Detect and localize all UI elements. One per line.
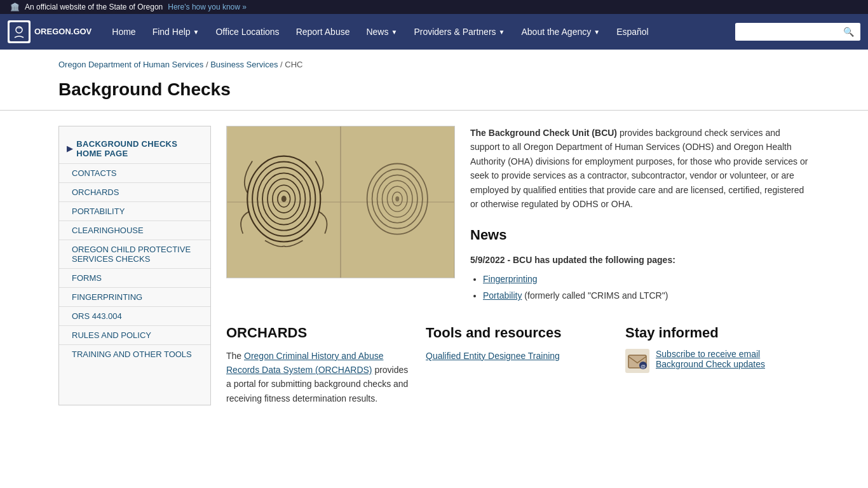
fingerprint-image — [226, 126, 455, 278]
content-text: The Background Check Unit (BCU) provides… — [470, 126, 810, 306]
svg-rect-0 — [10, 22, 29, 41]
tools-link[interactable]: Qualified Entity Designee Training — [426, 351, 560, 361]
orchards-text: The Oregon Criminal History and Abuse Re… — [226, 349, 410, 406]
orchards-section: ORCHARDS The Oregon Criminal History and… — [226, 325, 410, 406]
sidebar-item-rules[interactable]: RULES AND POLICY — [59, 325, 210, 344]
orchards-link[interactable]: Oregon Criminal History and Abuse Record… — [226, 351, 383, 375]
bcu-description: The Background Check Unit (BCU) provides… — [470, 126, 810, 211]
nav-office-locations[interactable]: Office Locations — [208, 22, 287, 42]
site-logo[interactable]: OR OREGON.GOV — [8, 20, 92, 43]
subscribe-link[interactable]: Subscribe to receive email Background Ch… — [656, 349, 810, 369]
nav-about-agency[interactable]: About the Agency ▼ — [513, 22, 607, 42]
nav-report-abuse[interactable]: Report Abuse — [288, 22, 358, 42]
content-top: The Background Check Unit (BCU) provides… — [226, 126, 810, 306]
nav-find-help[interactable]: Find Help ▼ — [145, 22, 207, 42]
search-box: 🔍 — [735, 23, 860, 41]
breadcrumb-business-services[interactable]: Business Services — [210, 60, 278, 69]
page-title: Background Checks — [0, 74, 868, 111]
oregon-flag-icon: 🏛️ — [10, 3, 20, 11]
tools-section: Tools and resources Qualified Entity Des… — [426, 325, 610, 406]
sidebar-item-oregon-child[interactable]: OREGON CHILD PROTECTIVE SERVICES CHECKS — [59, 240, 210, 268]
logo-text: OREGON.GOV — [34, 27, 92, 37]
chevron-down-icon: ▼ — [593, 29, 600, 36]
tools-heading: Tools and resources — [426, 325, 610, 341]
sidebar-item-training[interactable]: TRAINING AND OTHER TOOLS — [59, 344, 210, 363]
content-area: The Background Check Unit (BCU) provides… — [226, 126, 810, 405]
email-icon: @ — [625, 349, 649, 373]
tools-text: Qualified Entity Designee Training — [426, 349, 610, 363]
news-heading: News — [470, 224, 810, 246]
chevron-down-icon: ▼ — [499, 29, 505, 36]
banner-text: An official website of the State of Oreg… — [25, 3, 163, 11]
stay-informed-section: Stay informed @ Subscribe to receive ema… — [625, 325, 810, 406]
sidebar-item-ors[interactable]: ORS 443.004 — [59, 306, 210, 325]
stay-informed-heading: Stay informed — [625, 325, 810, 341]
svg-point-20 — [395, 196, 399, 201]
news-date: 5/9/2022 - BCU has updated the following… — [470, 253, 810, 267]
search-input[interactable] — [735, 24, 837, 41]
sidebar-item-fingerprinting[interactable]: FINGERPRINTING — [59, 287, 210, 306]
email-row: @ Subscribe to receive email Background … — [625, 349, 810, 373]
list-item: Fingerprinting — [483, 272, 810, 286]
news-links-list: Fingerprinting Portability (formerly cal… — [483, 272, 810, 303]
svg-point-13 — [281, 196, 287, 202]
top-banner: 🏛️ An official website of the State of O… — [0, 0, 868, 14]
chevron-down-icon: ▼ — [391, 29, 397, 36]
sidebar-item-contacts[interactable]: CONTACTS — [59, 163, 210, 182]
sidebar-item-portability[interactable]: PORTABILITY — [59, 201, 210, 220]
sidebar: ▶ BACKGROUND CHECKS HOME PAGE CONTACTS O… — [58, 126, 211, 405]
breadcrumb-chc: CHC — [285, 60, 302, 69]
breadcrumb-odhs[interactable]: Oregon Department of Human Services — [58, 60, 203, 69]
portability-link[interactable]: Portability — [483, 290, 522, 301]
sidebar-item-orchards[interactable]: ORCHARDS — [59, 182, 210, 201]
nav-espanol[interactable]: Español — [609, 22, 656, 42]
arrow-right-icon: ▶ — [67, 144, 72, 153]
nav-news[interactable]: News ▼ — [358, 22, 405, 42]
list-item: Portability (formerly called "CRIMS and … — [483, 288, 810, 302]
sidebar-home-link[interactable]: ▶ BACKGROUND CHECKS HOME PAGE — [59, 134, 210, 163]
svg-text:OR: OR — [17, 26, 22, 29]
fingerprinting-link[interactable]: Fingerprinting — [483, 274, 538, 284]
chevron-down-icon: ▼ — [193, 29, 200, 36]
nav-providers-partners[interactable]: Providers & Partners ▼ — [406, 22, 512, 42]
orchards-heading: ORCHARDS — [226, 325, 410, 341]
search-button[interactable]: 🔍 — [837, 23, 860, 41]
bcu-body: provides background check services and s… — [470, 128, 808, 209]
nav-home[interactable]: Home — [104, 22, 143, 42]
how-you-know-link[interactable]: Here's how you know » — [168, 3, 247, 11]
sidebar-item-forms[interactable]: FORMS — [59, 268, 210, 287]
svg-text:@: @ — [641, 363, 646, 369]
sidebar-home-label: BACKGROUND CHECKS HOME PAGE — [76, 139, 203, 158]
content-bottom: ORCHARDS The Oregon Criminal History and… — [226, 325, 810, 406]
nav-items: Home Find Help ▼ Office Locations Report… — [104, 22, 735, 42]
sidebar-item-clearinghouse[interactable]: CLEARINGHOUSE — [59, 220, 210, 240]
navbar: OR OREGON.GOV Home Find Help ▼ Office Lo… — [0, 14, 868, 50]
breadcrumb: Oregon Department of Human Services / Bu… — [0, 50, 868, 74]
bcu-title: The Background Check Unit (BCU) — [470, 128, 617, 138]
main-content: ▶ BACKGROUND CHECKS HOME PAGE CONTACTS O… — [0, 111, 868, 421]
logo-shield-icon: OR — [8, 20, 31, 43]
